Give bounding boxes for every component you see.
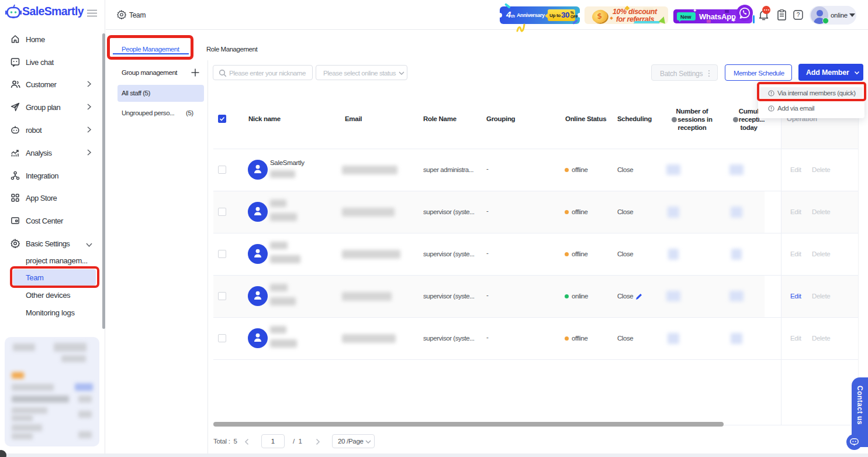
svg-text:?: ? xyxy=(797,12,800,18)
